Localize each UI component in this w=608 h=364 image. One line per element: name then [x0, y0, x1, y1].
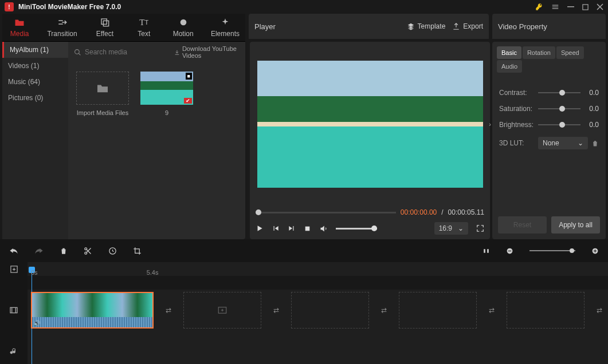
- audio-track-icon: [10, 347, 18, 356]
- chevron-down-icon: ⌄: [458, 224, 464, 232]
- video-preview[interactable]: [257, 61, 483, 188]
- chevron-down-icon: ⌄: [578, 139, 583, 147]
- saturation-label: Saturation:: [499, 105, 534, 113]
- tab-label: Elements: [211, 30, 240, 38]
- redo-button[interactable]: [34, 247, 44, 255]
- prop-tab-rotation[interactable]: Rotation: [523, 46, 555, 59]
- svg-point-4: [180, 19, 186, 26]
- svg-rect-13: [508, 250, 511, 251]
- nav-myalbum[interactable]: MyAlbum (1): [2, 42, 68, 58]
- aspect-select[interactable]: 16:9⌄: [434, 222, 468, 235]
- apply-all-button[interactable]: Apply to all: [551, 216, 600, 234]
- nav-pictures[interactable]: Pictures (0): [2, 90, 68, 106]
- tab-media[interactable]: Media: [8, 17, 31, 38]
- template-button[interactable]: Template: [407, 22, 446, 30]
- export-button[interactable]: Export: [452, 22, 483, 30]
- prop-tab-basic[interactable]: Basic: [497, 46, 521, 59]
- video-badge-icon: ■: [186, 73, 192, 80]
- split-button[interactable]: [84, 247, 92, 255]
- tab-label: Effect: [96, 30, 113, 38]
- svg-rect-1: [583, 4, 588, 9]
- ruler-mark: 5.4s: [147, 269, 159, 276]
- tab-label: Motion: [173, 30, 194, 38]
- tab-elements[interactable]: Elements: [211, 17, 240, 38]
- minimize-icon[interactable]: [567, 3, 574, 10]
- zoom-slider[interactable]: [529, 250, 575, 251]
- saturation-slider[interactable]: [538, 108, 580, 109]
- volume-icon[interactable]: [319, 224, 328, 233]
- brightness-value: 0.0: [585, 121, 599, 129]
- trash-icon[interactable]: [591, 140, 599, 147]
- transition-slot[interactable]: ⇄: [484, 302, 500, 318]
- maximize-icon[interactable]: [582, 4, 589, 10]
- search-icon: [74, 49, 81, 56]
- ruler-mark: 0s: [31, 269, 38, 276]
- transition-slot[interactable]: ⇄: [376, 302, 392, 318]
- clip-placeholder[interactable]: [291, 292, 369, 329]
- volume-slider[interactable]: [336, 228, 377, 230]
- tab-effect[interactable]: Effect: [93, 17, 116, 38]
- menu-icon[interactable]: [551, 3, 559, 11]
- app-logo: !: [5, 2, 14, 11]
- nav-videos[interactable]: Videos (1): [2, 58, 68, 74]
- tab-text[interactable]: TT Text: [132, 17, 155, 38]
- tab-label: Transition: [47, 30, 77, 38]
- import-label: Import Media Files: [77, 109, 128, 116]
- add-track-button[interactable]: [10, 265, 18, 274]
- delete-button[interactable]: [60, 247, 68, 255]
- contrast-value: 0.0: [585, 89, 599, 97]
- brightness-label: Brightness:: [499, 121, 534, 129]
- motion-icon: [179, 17, 188, 27]
- stop-button[interactable]: [304, 225, 311, 232]
- prev-frame-button[interactable]: [272, 224, 280, 232]
- transition-slot[interactable]: ⇄: [591, 302, 607, 318]
- svg-rect-18: [10, 307, 17, 312]
- player-title: Player: [254, 22, 400, 31]
- prop-tab-speed[interactable]: Speed: [556, 46, 584, 59]
- lut-select[interactable]: None⌄: [538, 137, 588, 149]
- crop-button[interactable]: [133, 247, 142, 255]
- reset-button[interactable]: Reset: [498, 216, 547, 234]
- effect-icon: [100, 17, 109, 27]
- svg-rect-10: [484, 249, 485, 253]
- tab-motion[interactable]: Motion: [172, 17, 195, 38]
- tab-transition[interactable]: Transition: [47, 17, 77, 38]
- svg-rect-3: [103, 21, 108, 26]
- lut-label: 3D LUT:: [499, 139, 534, 147]
- play-button[interactable]: [256, 224, 264, 232]
- next-frame-button[interactable]: [288, 224, 296, 232]
- search-input[interactable]: [85, 48, 171, 56]
- contrast-slider[interactable]: [538, 92, 580, 93]
- text-icon: TT: [139, 17, 148, 27]
- download-youtube-link[interactable]: Download YouTube Videos: [174, 45, 240, 59]
- clip-placeholder[interactable]: [507, 292, 585, 329]
- clip-placeholder[interactable]: [183, 292, 261, 329]
- close-icon[interactable]: [597, 3, 603, 10]
- video-track-icon: [9, 306, 18, 314]
- svg-rect-16: [595, 249, 595, 252]
- import-media-button[interactable]: [76, 72, 129, 105]
- transition-slot[interactable]: ⇄: [268, 302, 284, 318]
- svg-rect-11: [487, 249, 489, 253]
- clip-label: 9: [165, 109, 168, 116]
- time-duration: 00:00:05.11: [448, 208, 484, 216]
- expand-right-icon[interactable]: ›: [489, 121, 491, 128]
- fit-button[interactable]: [483, 247, 490, 255]
- svg-point-5: [75, 49, 80, 54]
- prop-tab-audio[interactable]: Audio: [497, 60, 522, 73]
- media-thumbnail[interactable]: ■ ✔: [140, 72, 193, 105]
- zoom-out-button[interactable]: [506, 247, 513, 255]
- nav-music[interactable]: Music (64): [2, 74, 68, 90]
- transition-slot[interactable]: ⇄: [160, 302, 176, 318]
- key-icon[interactable]: [535, 3, 543, 11]
- fullscreen-button[interactable]: [476, 224, 484, 232]
- clip-placeholder[interactable]: [399, 292, 477, 329]
- seek-slider[interactable]: [256, 212, 396, 213]
- undo-button[interactable]: [9, 247, 18, 255]
- video-clip[interactable]: 🔊: [31, 292, 154, 329]
- speed-button[interactable]: [108, 247, 117, 255]
- svg-rect-2: [101, 19, 107, 24]
- zoom-in-button[interactable]: [591, 247, 599, 255]
- sparkle-icon: [221, 17, 230, 27]
- brightness-slider[interactable]: [538, 124, 580, 125]
